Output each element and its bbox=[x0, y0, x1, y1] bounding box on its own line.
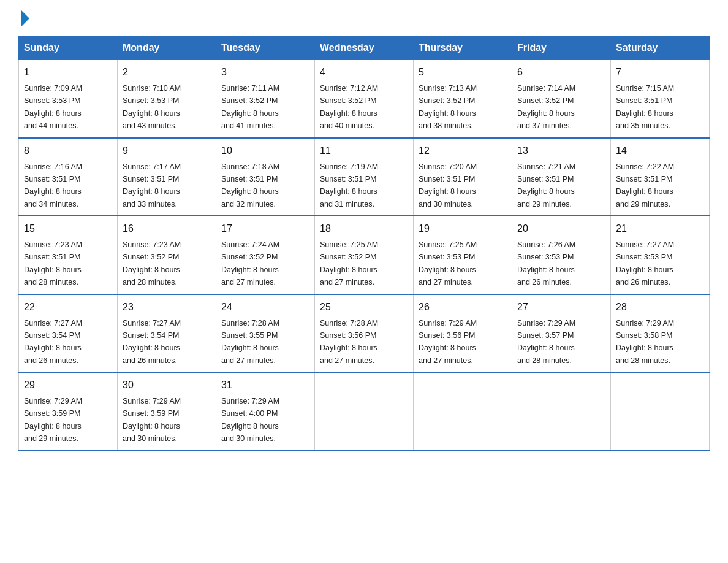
calendar-day-cell: 26 Sunrise: 7:29 AMSunset: 3:56 PMDaylig… bbox=[414, 294, 512, 373]
calendar-day-cell: 30 Sunrise: 7:29 AMSunset: 3:59 PMDaylig… bbox=[118, 372, 216, 451]
calendar-empty-cell bbox=[512, 372, 611, 451]
day-info: Sunrise: 7:23 AMSunset: 3:51 PMDaylight:… bbox=[24, 240, 82, 286]
calendar-day-cell: 10 Sunrise: 7:18 AMSunset: 3:51 PMDaylig… bbox=[216, 138, 315, 216]
day-number: 12 bbox=[419, 144, 507, 158]
day-info: Sunrise: 7:29 AMSunset: 3:57 PMDaylight:… bbox=[517, 319, 575, 365]
day-info: Sunrise: 7:21 AMSunset: 3:51 PMDaylight:… bbox=[517, 163, 575, 209]
day-number: 23 bbox=[123, 300, 211, 315]
day-info: Sunrise: 7:25 AMSunset: 3:53 PMDaylight:… bbox=[419, 240, 477, 286]
day-number: 28 bbox=[616, 300, 704, 315]
calendar-day-cell: 18 Sunrise: 7:25 AMSunset: 3:52 PMDaylig… bbox=[315, 216, 414, 294]
calendar-day-cell: 8 Sunrise: 7:16 AMSunset: 3:51 PMDayligh… bbox=[19, 138, 118, 216]
day-number: 9 bbox=[123, 144, 211, 158]
day-info: Sunrise: 7:15 AMSunset: 3:51 PMDaylight:… bbox=[616, 84, 674, 130]
day-number: 22 bbox=[24, 300, 112, 315]
day-number: 15 bbox=[24, 221, 112, 236]
day-info: Sunrise: 7:23 AMSunset: 3:52 PMDaylight:… bbox=[123, 240, 181, 286]
header-monday: Monday bbox=[118, 36, 216, 60]
calendar-day-cell: 1 Sunrise: 7:09 AMSunset: 3:53 PMDayligh… bbox=[19, 60, 118, 138]
calendar-day-cell: 22 Sunrise: 7:27 AMSunset: 3:54 PMDaylig… bbox=[19, 294, 118, 373]
calendar-day-cell: 20 Sunrise: 7:26 AMSunset: 3:53 PMDaylig… bbox=[512, 216, 611, 294]
calendar-day-cell: 25 Sunrise: 7:28 AMSunset: 3:56 PMDaylig… bbox=[315, 294, 414, 373]
day-number: 1 bbox=[24, 65, 112, 80]
day-info: Sunrise: 7:27 AMSunset: 3:54 PMDaylight:… bbox=[24, 319, 82, 365]
calendar-empty-cell bbox=[414, 372, 512, 451]
header-wednesday: Wednesday bbox=[315, 36, 414, 60]
day-number: 10 bbox=[221, 144, 309, 158]
calendar-day-cell: 31 Sunrise: 7:29 AMSunset: 4:00 PMDaylig… bbox=[216, 372, 315, 451]
calendar-day-cell: 29 Sunrise: 7:29 AMSunset: 3:59 PMDaylig… bbox=[19, 372, 118, 451]
day-info: Sunrise: 7:27 AMSunset: 3:54 PMDaylight:… bbox=[123, 319, 181, 365]
calendar-week-row: 22 Sunrise: 7:27 AMSunset: 3:54 PMDaylig… bbox=[19, 294, 710, 373]
calendar-day-cell: 4 Sunrise: 7:12 AMSunset: 3:52 PMDayligh… bbox=[315, 60, 414, 138]
logo-arrow-icon bbox=[21, 10, 29, 27]
calendar-day-cell: 2 Sunrise: 7:10 AMSunset: 3:53 PMDayligh… bbox=[118, 60, 216, 138]
day-number: 17 bbox=[221, 221, 309, 236]
day-info: Sunrise: 7:29 AMSunset: 4:00 PMDaylight:… bbox=[221, 397, 279, 443]
day-number: 27 bbox=[517, 300, 605, 315]
calendar-day-cell: 15 Sunrise: 7:23 AMSunset: 3:51 PMDaylig… bbox=[19, 216, 118, 294]
day-info: Sunrise: 7:18 AMSunset: 3:51 PMDaylight:… bbox=[221, 163, 279, 209]
day-info: Sunrise: 7:14 AMSunset: 3:52 PMDaylight:… bbox=[517, 84, 575, 130]
header-saturday: Saturday bbox=[611, 36, 710, 60]
day-info: Sunrise: 7:10 AMSunset: 3:53 PMDaylight:… bbox=[123, 84, 181, 130]
calendar-day-cell: 11 Sunrise: 7:19 AMSunset: 3:51 PMDaylig… bbox=[315, 138, 414, 216]
day-number: 3 bbox=[221, 65, 309, 80]
day-number: 20 bbox=[517, 221, 605, 236]
day-info: Sunrise: 7:28 AMSunset: 3:55 PMDaylight:… bbox=[221, 319, 279, 365]
calendar-day-cell: 5 Sunrise: 7:13 AMSunset: 3:52 PMDayligh… bbox=[414, 60, 512, 138]
day-number: 14 bbox=[616, 144, 704, 158]
calendar-day-cell: 21 Sunrise: 7:27 AMSunset: 3:53 PMDaylig… bbox=[611, 216, 710, 294]
day-info: Sunrise: 7:11 AMSunset: 3:52 PMDaylight:… bbox=[221, 84, 279, 130]
header-friday: Friday bbox=[512, 36, 611, 60]
calendar-day-cell: 13 Sunrise: 7:21 AMSunset: 3:51 PMDaylig… bbox=[512, 138, 611, 216]
day-number: 24 bbox=[221, 300, 309, 315]
header-tuesday: Tuesday bbox=[216, 36, 315, 60]
page-header bbox=[18, 12, 710, 25]
day-number: 25 bbox=[320, 300, 408, 315]
calendar-day-cell: 28 Sunrise: 7:29 AMSunset: 3:58 PMDaylig… bbox=[611, 294, 710, 373]
day-info: Sunrise: 7:29 AMSunset: 3:56 PMDaylight:… bbox=[419, 319, 477, 365]
day-info: Sunrise: 7:20 AMSunset: 3:51 PMDaylight:… bbox=[419, 163, 477, 209]
day-number: 18 bbox=[320, 221, 408, 236]
day-number: 4 bbox=[320, 65, 408, 80]
calendar-day-cell: 3 Sunrise: 7:11 AMSunset: 3:52 PMDayligh… bbox=[216, 60, 315, 138]
day-number: 26 bbox=[419, 300, 507, 315]
day-number: 7 bbox=[616, 65, 704, 80]
calendar-day-cell: 6 Sunrise: 7:14 AMSunset: 3:52 PMDayligh… bbox=[512, 60, 611, 138]
calendar-week-row: 1 Sunrise: 7:09 AMSunset: 3:53 PMDayligh… bbox=[19, 60, 710, 138]
day-info: Sunrise: 7:12 AMSunset: 3:52 PMDaylight:… bbox=[320, 84, 378, 130]
day-number: 16 bbox=[123, 221, 211, 236]
header-thursday: Thursday bbox=[414, 36, 512, 60]
day-info: Sunrise: 7:26 AMSunset: 3:53 PMDaylight:… bbox=[517, 240, 575, 286]
calendar-day-cell: 23 Sunrise: 7:27 AMSunset: 3:54 PMDaylig… bbox=[118, 294, 216, 373]
day-info: Sunrise: 7:09 AMSunset: 3:53 PMDaylight:… bbox=[24, 84, 82, 130]
calendar-header-row: SundayMondayTuesdayWednesdayThursdayFrid… bbox=[19, 36, 710, 60]
day-info: Sunrise: 7:27 AMSunset: 3:53 PMDaylight:… bbox=[616, 240, 674, 286]
calendar-day-cell: 27 Sunrise: 7:29 AMSunset: 3:57 PMDaylig… bbox=[512, 294, 611, 373]
calendar-day-cell: 9 Sunrise: 7:17 AMSunset: 3:51 PMDayligh… bbox=[118, 138, 216, 216]
logo bbox=[18, 12, 29, 25]
day-info: Sunrise: 7:28 AMSunset: 3:56 PMDaylight:… bbox=[320, 319, 378, 365]
day-info: Sunrise: 7:19 AMSunset: 3:51 PMDaylight:… bbox=[320, 163, 378, 209]
day-number: 30 bbox=[123, 378, 211, 393]
day-info: Sunrise: 7:13 AMSunset: 3:52 PMDaylight:… bbox=[419, 84, 477, 130]
calendar-day-cell: 7 Sunrise: 7:15 AMSunset: 3:51 PMDayligh… bbox=[611, 60, 710, 138]
day-number: 13 bbox=[517, 144, 605, 158]
calendar-empty-cell bbox=[611, 372, 710, 451]
day-number: 21 bbox=[616, 221, 704, 236]
day-number: 11 bbox=[320, 144, 408, 158]
day-info: Sunrise: 7:24 AMSunset: 3:52 PMDaylight:… bbox=[221, 240, 279, 286]
day-number: 31 bbox=[221, 378, 309, 393]
calendar-day-cell: 16 Sunrise: 7:23 AMSunset: 3:52 PMDaylig… bbox=[118, 216, 216, 294]
calendar-empty-cell bbox=[315, 372, 414, 451]
calendar-day-cell: 12 Sunrise: 7:20 AMSunset: 3:51 PMDaylig… bbox=[414, 138, 512, 216]
calendar-day-cell: 17 Sunrise: 7:24 AMSunset: 3:52 PMDaylig… bbox=[216, 216, 315, 294]
day-info: Sunrise: 7:29 AMSunset: 3:59 PMDaylight:… bbox=[24, 397, 82, 443]
calendar-table: SundayMondayTuesdayWednesdayThursdayFrid… bbox=[18, 36, 710, 451]
calendar-day-cell: 19 Sunrise: 7:25 AMSunset: 3:53 PMDaylig… bbox=[414, 216, 512, 294]
day-number: 19 bbox=[419, 221, 507, 236]
day-info: Sunrise: 7:29 AMSunset: 3:59 PMDaylight:… bbox=[123, 397, 181, 443]
calendar-day-cell: 14 Sunrise: 7:22 AMSunset: 3:51 PMDaylig… bbox=[611, 138, 710, 216]
day-info: Sunrise: 7:22 AMSunset: 3:51 PMDaylight:… bbox=[616, 163, 674, 209]
